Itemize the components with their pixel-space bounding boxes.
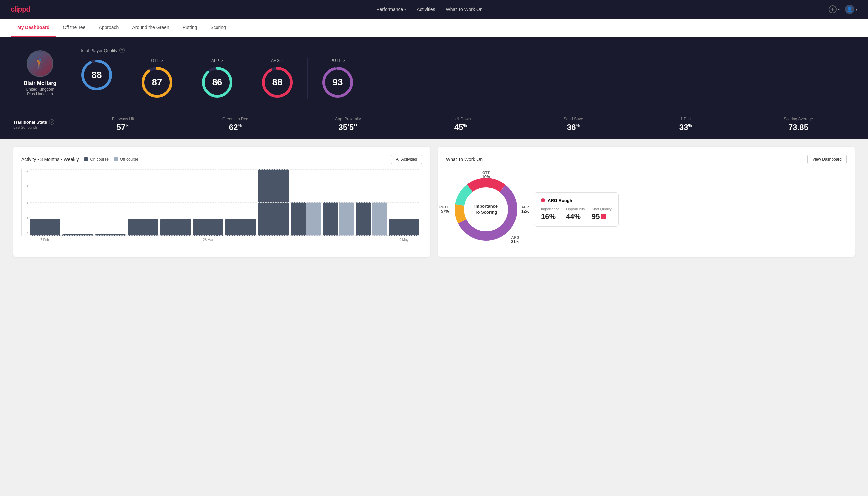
bar-chart-wrapper: 0 1 2 3 4 xyxy=(21,169,422,242)
bar-group-2 xyxy=(62,234,93,235)
circle-overall-value: 88 xyxy=(91,69,101,80)
bar-group-12 xyxy=(389,219,419,235)
bar-off-11 xyxy=(372,202,387,235)
bar-group-6 xyxy=(193,219,223,235)
traditional-stats-bar: Traditional Stats ? Last 20 rounds Fairw… xyxy=(0,110,868,139)
work-on-card: What To Work On View Dashboard Importanc… xyxy=(438,146,855,257)
trad-subtitle: Last 20 rounds xyxy=(13,125,67,129)
player-name: Blair McHarg xyxy=(23,80,57,86)
total-player-quality-label: Total Player Quality ? xyxy=(80,48,855,53)
bar-on-4 xyxy=(128,219,158,235)
circle-arg: 88 xyxy=(261,66,294,99)
score-card-app: APP ↗ 86 xyxy=(187,58,248,99)
tab-putting[interactable]: Putting xyxy=(176,19,204,37)
stats-section: Total Player Quality ? 88 OTT ↗ xyxy=(80,48,855,99)
trad-stat-scoring: Scoring Average 73.85 xyxy=(742,117,855,132)
work-on-card-header: What To Work On View Dashboard xyxy=(446,155,847,164)
ott-ext-label: OTT 10% xyxy=(482,171,490,179)
donut-section: ImportanceTo Scoring OTT 10% APP 12% ARG… xyxy=(446,169,847,249)
app-logo: clippd xyxy=(11,5,30,14)
bar-group-1 xyxy=(30,219,60,235)
activity-title: Activity - 3 Months - Weekly xyxy=(21,157,79,162)
circle-overall: 88 xyxy=(80,58,113,92)
user-chevron-icon: ▾ xyxy=(856,7,857,11)
bar-group-7 xyxy=(225,219,256,235)
highlight-card-title: ARG Rough xyxy=(541,198,612,203)
ott-trend-icon: ↗ xyxy=(160,59,163,63)
nav-what-to-work-on[interactable]: What To Work On xyxy=(446,7,483,12)
avatar: 🏌️ xyxy=(27,50,53,77)
user-menu-button[interactable]: 👤 ▾ xyxy=(845,5,857,14)
putt-trend-icon: ↗ xyxy=(343,59,345,63)
add-chevron-icon: ▾ xyxy=(838,7,840,11)
bar-off-10 xyxy=(339,202,354,235)
circle-arg-value: 88 xyxy=(272,77,282,88)
bar-on-5 xyxy=(160,219,191,235)
bar-group-8 xyxy=(258,169,289,235)
nav-links: Performance ▾ Activities What To Work On xyxy=(376,7,482,12)
info-metrics: Importance 16% Opportunity 44% Shot Qual… xyxy=(541,207,612,221)
bottom-section: Activity - 3 Months - Weekly On course O… xyxy=(0,139,868,265)
circle-ott-value: 87 xyxy=(152,77,162,88)
view-dashboard-button[interactable]: View Dashboard xyxy=(807,155,847,164)
app-trend-icon: ↗ xyxy=(221,59,223,63)
putt-label: PUTT xyxy=(330,58,341,63)
trad-stat-fairways: Fairways Hit 57% xyxy=(67,117,179,132)
bar-chart: 0 1 2 3 4 xyxy=(21,169,422,236)
chart-legend: On course Off course xyxy=(84,157,138,161)
add-button[interactable]: + ▾ xyxy=(829,5,840,13)
trad-label-group: Traditional Stats ? Last 20 rounds xyxy=(13,119,67,129)
nav-right: + ▾ 👤 ▾ xyxy=(829,5,857,14)
score-card-ott: OTT ↗ 87 xyxy=(127,58,187,99)
bar-group-5 xyxy=(160,219,191,235)
app-ext-label: APP 12% xyxy=(521,205,529,214)
tab-off-the-tee[interactable]: Off the Tee xyxy=(56,19,92,37)
trad-stat-sandsave: Sand Save 36% xyxy=(517,117,630,132)
y-axis-labels: 0 1 2 3 4 xyxy=(22,169,28,235)
tab-around-the-green[interactable]: Around the Green xyxy=(125,19,175,37)
highlight-card: ARG Rough Importance 16% Opportunity 44% xyxy=(534,192,618,227)
activity-card-header: Activity - 3 Months - Weekly On course O… xyxy=(21,155,422,164)
circle-app: 86 xyxy=(201,66,234,99)
help-icon[interactable]: ? xyxy=(119,48,125,53)
tab-my-dashboard[interactable]: My Dashboard xyxy=(11,19,56,37)
arg-label: ARG xyxy=(271,58,280,63)
work-on-title: What To Work On xyxy=(446,157,483,162)
score-card-overall: 88 xyxy=(80,58,127,99)
donut-wrapper: ImportanceTo Scoring OTT 10% APP 12% ARG… xyxy=(446,169,526,249)
player-country: United Kingdom xyxy=(26,87,54,92)
bar-on-3 xyxy=(95,234,126,235)
highlight-dot xyxy=(541,198,545,202)
bar-on-7 xyxy=(225,219,256,235)
on-course-legend-dot xyxy=(84,157,88,161)
x-axis-labels: 7 Feb 28 Mar 9 May xyxy=(21,236,422,242)
info-metric-importance: Importance 16% xyxy=(541,207,559,221)
bar-on-12 xyxy=(389,219,419,235)
arg-trend-icon: ↗ xyxy=(281,59,284,63)
tab-bar: My Dashboard Off the Tee Approach Around… xyxy=(0,19,868,37)
bar-on-11 xyxy=(356,202,371,235)
score-card-arg: ARG ↗ 88 xyxy=(248,58,308,99)
tab-scoring[interactable]: Scoring xyxy=(204,19,233,37)
trad-stat-updown: Up & Down 45% xyxy=(404,117,517,132)
circle-putt: 93 xyxy=(321,66,354,99)
trad-title: Traditional Stats ? xyxy=(13,119,67,125)
nav-performance[interactable]: Performance ▾ xyxy=(376,7,406,12)
bar-on-2 xyxy=(62,234,93,235)
app-label: APP xyxy=(211,58,219,63)
all-activities-button[interactable]: All Activities xyxy=(391,155,422,164)
info-metric-shotquality-value: 95 ↓ xyxy=(591,212,612,221)
info-metric-opportunity: Opportunity 44% xyxy=(566,207,585,221)
putt-ext-label: PUTT 57% xyxy=(439,205,449,214)
circle-ott: 87 xyxy=(140,66,174,99)
circle-putt-value: 93 xyxy=(332,77,343,88)
circle-app-value: 86 xyxy=(212,77,222,88)
bar-group-3 xyxy=(95,234,126,235)
trad-help-icon[interactable]: ? xyxy=(49,119,54,125)
player-info: 🏌️ Blair McHarg United Kingdom Plus Hand… xyxy=(13,50,67,96)
trad-stat-1putt: 1 Putt 33% xyxy=(630,117,742,132)
legend-off-course: Off course xyxy=(114,157,138,161)
chevron-down-icon: ▾ xyxy=(404,7,406,11)
tab-approach[interactable]: Approach xyxy=(92,19,125,37)
nav-activities[interactable]: Activities xyxy=(417,7,435,12)
